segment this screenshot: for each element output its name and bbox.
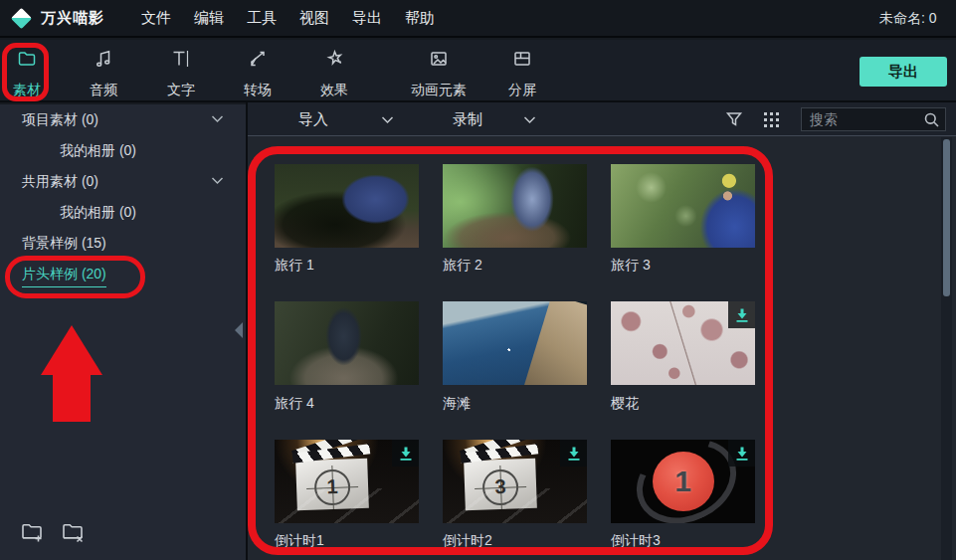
project-title: 未命名: 0	[879, 10, 937, 28]
export-button[interactable]: 导出	[860, 57, 947, 87]
menu-tools[interactable]: 工具	[247, 9, 277, 28]
tab-split-screen-label: 分屏	[508, 82, 536, 99]
chevron-down-icon	[381, 115, 394, 124]
sidebar-item-project-media[interactable]: 项目素材 (0)	[0, 104, 246, 135]
top-menu-bar: 万兴喵影 文件 编辑 工具 视图 导出 帮助 未命名: 0	[0, 0, 956, 38]
media-thumbnail-travel-3[interactable]	[611, 164, 755, 248]
chevron-down-icon	[211, 114, 224, 123]
tab-media-label: 素材	[13, 82, 41, 99]
sidebar-item-background-samples[interactable]: 背景样例 (15)	[0, 228, 246, 259]
scrollbar-thumb[interactable]	[943, 139, 950, 296]
countdown-circle-graphic: 1	[653, 452, 714, 511]
thumbnail-label: 旅行 4	[275, 395, 424, 413]
thumbnail-label: 樱花	[611, 395, 760, 413]
text-icon	[170, 48, 192, 70]
menu-file[interactable]: 文件	[141, 9, 171, 28]
sidebar-item-label: 我的相册 (0)	[60, 197, 136, 228]
download-icon[interactable]	[560, 440, 587, 467]
thumbnail-label: 倒计时1	[275, 532, 424, 550]
music-note-icon	[93, 48, 114, 70]
tab-elements-label: 动画元素	[411, 82, 467, 99]
record-label: 录制	[453, 110, 482, 129]
chevron-down-icon	[211, 176, 224, 185]
folder-actions	[20, 520, 88, 544]
tab-effects-label: 效果	[320, 82, 348, 99]
image-icon	[428, 48, 450, 70]
thumbnail-label: 旅行 1	[275, 257, 424, 275]
tab-audio[interactable]: 音频	[77, 48, 130, 99]
sidebar-item-label: 背景样例 (15)	[22, 228, 106, 259]
media-library-sidebar: 项目素材 (0) 我的相册 (0) 共用素材 (0) 我的相册 (0) 背景样例…	[0, 104, 246, 560]
menu-export[interactable]: 导出	[352, 9, 382, 28]
effects-star-icon	[323, 48, 345, 70]
media-thumbnail-sakura[interactable]	[611, 301, 755, 385]
sidebar-item-label: 片头样例 (20)	[22, 261, 106, 287]
record-dropdown[interactable]: 录制	[453, 102, 482, 136]
chevron-down-icon	[523, 115, 536, 124]
thumbnail-label: 海滩	[443, 395, 592, 413]
import-dropdown[interactable]: 导入	[298, 102, 328, 136]
folder-icon	[16, 48, 38, 70]
tab-split-screen[interactable]: 分屏	[495, 48, 549, 99]
thumbnail-label: 倒计时3	[611, 532, 760, 550]
media-thumbnail-travel-1[interactable]	[275, 164, 419, 248]
clapperboard-graphic: 3	[464, 459, 537, 510]
delete-folder-icon[interactable]	[61, 520, 88, 544]
media-thumbnail-beach[interactable]	[443, 301, 587, 385]
thumbnail-label: 倒计时2	[443, 532, 592, 550]
collapse-panel-icon[interactable]	[235, 322, 243, 338]
sidebar-item-my-album-1[interactable]: 我的相册 (0)	[0, 135, 246, 166]
countdown-number: 3	[494, 475, 506, 498]
sidebar-item-label: 项目素材 (0)	[22, 104, 98, 135]
download-icon[interactable]	[560, 301, 587, 328]
filter-icon[interactable]	[725, 110, 743, 132]
split-screen-icon	[511, 48, 533, 70]
download-icon[interactable]	[728, 440, 755, 467]
tab-transitions[interactable]: 转场	[231, 48, 285, 99]
sidebar-item-label: 共用素材 (0)	[22, 166, 98, 197]
countdown-number: 1	[674, 465, 691, 498]
add-folder-icon[interactable]	[20, 520, 47, 544]
app-logo: 万兴喵影	[14, 9, 104, 28]
tab-transitions-label: 转场	[244, 82, 272, 99]
thumbnail-label: 旅行 3	[611, 257, 760, 275]
sidebar-item-shared-media[interactable]: 共用素材 (0)	[0, 166, 246, 197]
search-box	[801, 107, 946, 131]
app-logo-icon	[11, 7, 32, 28]
menu-bar: 文件 编辑 工具 视图 导出 帮助	[141, 9, 435, 28]
sidebar-item-label: 我的相册 (0)	[60, 135, 136, 166]
tab-text[interactable]: 文字	[154, 48, 208, 99]
sidebar-item-my-album-2[interactable]: 我的相册 (0)	[0, 197, 246, 228]
search-icon[interactable]	[923, 111, 940, 128]
transition-icon	[247, 48, 269, 70]
tab-media[interactable]: 素材	[3, 48, 51, 99]
app-name: 万兴喵影	[41, 9, 104, 28]
media-content-panel: 导入 录制 旅行 1 旅行 2 旅行 3 旅行 4 海滩	[246, 102, 956, 560]
menu-view[interactable]: 视图	[299, 9, 329, 28]
content-header: 导入 录制	[248, 102, 956, 136]
tab-audio-label: 音频	[90, 82, 117, 99]
media-tab-bar: 素材 音频 文字 转场 效果 动画元素 分屏	[0, 40, 956, 102]
media-thumbnail-travel-4[interactable]	[275, 301, 419, 385]
tab-text-label: 文字	[167, 82, 195, 99]
media-thumbnail-travel-2[interactable]	[443, 164, 587, 248]
menu-edit[interactable]: 编辑	[194, 9, 224, 28]
search-input[interactable]	[802, 111, 923, 127]
import-label: 导入	[298, 110, 328, 129]
download-icon[interactable]	[728, 301, 755, 328]
sidebar-item-intro-samples[interactable]: 片头样例 (20)	[0, 259, 246, 289]
menu-help[interactable]: 帮助	[405, 9, 435, 28]
media-thumbnail-countdown-3[interactable]: 1	[611, 440, 755, 523]
clapperboard-graphic: 1	[295, 459, 369, 510]
media-thumbnail-countdown-1[interactable]: 1	[275, 440, 419, 523]
grid-view-icon[interactable]	[762, 110, 781, 133]
download-icon[interactable]	[392, 440, 419, 467]
tab-elements[interactable]: 动画元素	[401, 48, 477, 99]
thumbnail-label: 旅行 2	[443, 257, 592, 275]
media-thumbnail-countdown-2[interactable]: 3	[443, 440, 587, 523]
tab-effects[interactable]: 效果	[307, 48, 361, 99]
scrollbar-track[interactable]	[941, 137, 952, 560]
countdown-number: 1	[326, 475, 338, 498]
